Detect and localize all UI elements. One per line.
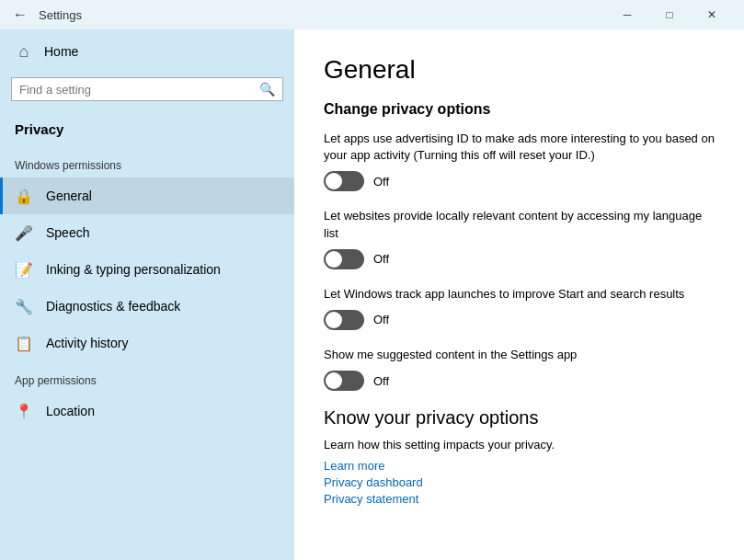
location-icon: 📍 <box>15 402 33 420</box>
app-permissions-label: App permissions <box>0 361 294 393</box>
search-icon <box>259 82 275 97</box>
sidebar-item-home[interactable]: Home <box>0 29 294 74</box>
setting-desc-launches: Let Windows track app launches to improv… <box>324 286 715 303</box>
sidebar-item-diagnostics[interactable]: 🔧 Diagnostics & feedback <box>0 288 294 325</box>
toggle-row-suggested: Off <box>324 371 715 391</box>
sidebar-item-speech[interactable]: 🎤 Speech <box>0 214 294 251</box>
toggle-label-language: Off <box>373 252 389 266</box>
setting-app-launches: Let Windows track app launches to improv… <box>324 286 715 330</box>
page-title: General <box>324 55 715 85</box>
setting-desc-language: Let websites provide locally relevant co… <box>324 208 715 241</box>
app-body: Home Privacy Windows permissions 🔒 Gener… <box>0 29 744 560</box>
sidebar-item-activity[interactable]: 📋 Activity history <box>0 325 294 361</box>
learn-more-link[interactable]: Learn more <box>324 459 715 473</box>
current-section-label: Privacy <box>0 116 294 152</box>
setting-suggested-content: Show me suggested content in the Setting… <box>324 347 715 391</box>
nav-label-diagnostics: Diagnostics & feedback <box>46 299 180 314</box>
activity-icon: 📋 <box>15 334 33 352</box>
toggle-label-advertising: Off <box>373 175 389 189</box>
change-section-heading: Change privacy options <box>324 101 715 118</box>
back-button[interactable]: ← <box>11 6 29 24</box>
windows-permissions-label: Windows permissions <box>0 152 294 177</box>
toggle-advertising-id[interactable] <box>324 171 364 191</box>
know-description: Learn how this setting impacts your priv… <box>324 438 715 451</box>
sidebar-search-box[interactable] <box>11 77 283 101</box>
lock-icon: 🔒 <box>15 187 33 205</box>
close-button[interactable]: ✕ <box>691 0 733 29</box>
privacy-dashboard-link[interactable]: Privacy dashboard <box>324 475 715 489</box>
sidebar-item-general[interactable]: 🔒 General <box>0 177 294 214</box>
setting-advertising-id: Let apps use advertising ID to make ads … <box>324 131 715 191</box>
toggle-row-language: Off <box>324 249 715 269</box>
sidebar-item-inking[interactable]: 📝 Inking & typing personalization <box>0 251 294 288</box>
diagnostics-icon: 🔧 <box>15 297 33 315</box>
toggle-row-launches: Off <box>324 310 715 330</box>
nav-label-inking: Inking & typing personalization <box>46 262 221 277</box>
search-input[interactable] <box>19 83 254 97</box>
minimize-button[interactable]: ─ <box>606 0 648 29</box>
setting-language-list: Let websites provide locally relevant co… <box>324 208 715 269</box>
window-controls: ─ □ ✕ <box>606 0 733 29</box>
privacy-statement-link[interactable]: Privacy statement <box>324 492 715 506</box>
home-label: Home <box>44 44 78 59</box>
sidebar: Home Privacy Windows permissions 🔒 Gener… <box>0 29 294 560</box>
content-area: General Change privacy options Let apps … <box>294 29 744 560</box>
know-section-heading: Know your privacy options <box>324 407 715 429</box>
setting-desc-suggested: Show me suggested content in the Setting… <box>324 347 715 363</box>
toggle-app-launches[interactable] <box>324 310 364 330</box>
toggle-label-suggested: Off <box>373 374 389 388</box>
nav-label-speech: Speech <box>46 225 89 240</box>
titlebar-title: Settings <box>39 8 606 22</box>
toggle-label-launches: Off <box>373 313 389 326</box>
toggle-suggested-content[interactable] <box>324 371 364 391</box>
toggle-row-advertising: Off <box>324 171 715 191</box>
home-icon <box>15 42 33 61</box>
nav-label-activity: Activity history <box>46 336 128 350</box>
nav-label-general: General <box>46 189 92 203</box>
maximize-button[interactable]: □ <box>648 0 691 29</box>
setting-desc-advertising: Let apps use advertising ID to make ads … <box>324 131 715 164</box>
nav-label-location: Location <box>46 404 95 418</box>
sidebar-item-location[interactable]: 📍 Location <box>0 393 294 429</box>
toggle-language-list[interactable] <box>324 249 364 269</box>
inking-icon: 📝 <box>15 260 33 279</box>
speech-icon: 🎤 <box>15 223 33 242</box>
titlebar: ← Settings ─ □ ✕ <box>0 0 744 29</box>
